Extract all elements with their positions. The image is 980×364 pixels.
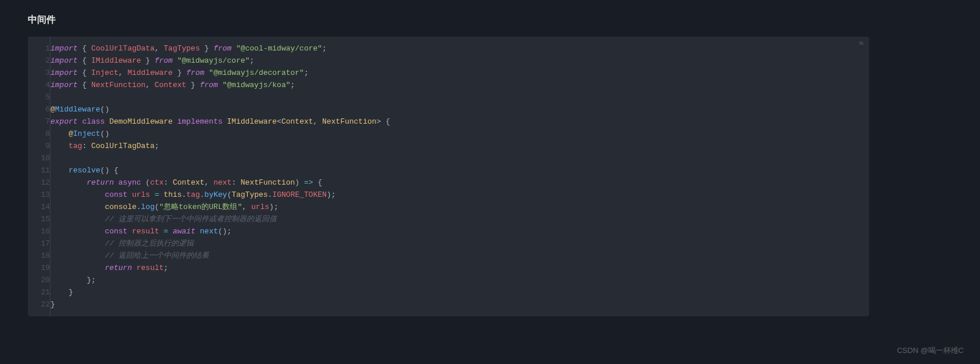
- token: export: [50, 117, 78, 126]
- token: "@cool-midway/core": [236, 44, 322, 53]
- token: }: [50, 300, 55, 309]
- code-line: 17 // 控制器之后执行的逻辑: [28, 237, 869, 250]
- code-line: 21 }: [28, 286, 869, 298]
- line-number: 2: [28, 55, 50, 67]
- line-number: 17: [28, 237, 50, 250]
- line-content: [50, 152, 870, 164]
- line-number: 11: [28, 164, 50, 176]
- code-line: 22}: [28, 298, 869, 316]
- token: next: [214, 178, 232, 187]
- line-number: 13: [28, 189, 50, 201]
- token: from: [200, 81, 218, 89]
- line-content: import { Inject, Middleware } from "@mid…: [50, 67, 870, 79]
- token: [50, 251, 105, 260]
- token: };: [50, 276, 96, 284]
- token: [50, 166, 68, 175]
- line-content: const urls = this.tag.byKey(TagTypes.IGN…: [50, 189, 870, 201]
- line-content: // 这里可以拿到下一个中间件或者控制器的返回值: [50, 213, 870, 225]
- code-line: 19 return result;: [28, 262, 869, 274]
- token: }: [141, 56, 154, 65]
- token: [218, 81, 223, 89]
- line-number: 19: [28, 262, 50, 274]
- token: await: [173, 227, 196, 236]
- line-content: [50, 91, 870, 103]
- token: }: [186, 81, 200, 89]
- token: IMiddleware: [91, 56, 141, 65]
- token: "忽略token的URL数组": [159, 203, 242, 211]
- token: import: [50, 81, 78, 89]
- token: :: [82, 142, 92, 150]
- token: [159, 227, 164, 236]
- token: class: [82, 117, 105, 126]
- token: Context: [281, 117, 313, 126]
- token: :: [164, 178, 173, 187]
- line-number: 9: [28, 140, 50, 152]
- token: byKey: [204, 190, 227, 199]
- token: }: [200, 44, 213, 53]
- code-line: 12 return async (ctx: Context, next: Nex…: [28, 176, 869, 189]
- token: from: [214, 44, 232, 53]
- token: {: [78, 81, 91, 89]
- token: [50, 227, 105, 236]
- line-content: @Middleware(): [50, 103, 870, 116]
- code-line: 8 @Inject(): [28, 128, 869, 140]
- page: 中间件 ts 1import { CoolUrlTagData, TagType…: [0, 0, 980, 316]
- token: tag: [68, 142, 82, 150]
- token: ;: [291, 81, 295, 89]
- token: ,: [242, 203, 251, 211]
- line-content: resolve() {: [50, 164, 870, 176]
- token: {: [78, 69, 91, 77]
- token: [50, 215, 105, 224]
- token: this: [164, 190, 182, 199]
- token: @: [50, 105, 55, 114]
- token: [196, 227, 200, 236]
- token: resolve: [68, 166, 100, 175]
- token: .: [136, 203, 141, 211]
- line-content: return async (ctx: Context, next: NextFu…: [50, 176, 870, 189]
- token: [168, 227, 173, 236]
- token: urls: [251, 203, 269, 211]
- token: [78, 117, 82, 126]
- code-line: 16 const result = await next();: [28, 225, 869, 237]
- code-line: 10: [28, 152, 869, 164]
- code-line: 15 // 这里可以拿到下一个中间件或者控制器的返回值: [28, 213, 869, 225]
- token: [50, 142, 68, 150]
- code-line: 9 tag: CoolUrlTagData;: [28, 140, 869, 152]
- line-content: return result;: [50, 262, 870, 274]
- token: // 这里可以拿到下一个中间件或者控制器的返回值: [105, 215, 277, 224]
- token: // 返回给上一个中间件的结果: [105, 251, 209, 260]
- token: tag: [186, 190, 200, 199]
- token: import: [50, 69, 78, 77]
- token: }: [173, 69, 186, 77]
- token: result: [136, 264, 164, 272]
- token: > {: [377, 117, 390, 126]
- token: ,: [204, 178, 214, 187]
- token: // 控制器之后执行的逻辑: [105, 239, 194, 248]
- line-number: 7: [28, 116, 50, 128]
- token: CoolUrlTagData: [91, 44, 154, 53]
- token: ,: [118, 69, 128, 77]
- token: "@midwayjs/core": [177, 56, 249, 65]
- token: IGNORE_TOKEN: [272, 190, 327, 199]
- token: Context: [173, 178, 205, 187]
- token: const: [105, 190, 128, 199]
- token: import: [50, 44, 78, 53]
- code-line: 7export class DemoMiddleware implements …: [28, 116, 869, 128]
- line-number: 6: [28, 103, 50, 116]
- code-line: 5: [28, 91, 869, 103]
- line-number: 16: [28, 225, 50, 237]
- section-heading: 中间件: [28, 14, 952, 26]
- line-number: 22: [28, 298, 50, 316]
- token: NextFunction: [322, 117, 377, 126]
- token: from: [154, 56, 172, 65]
- line-content: }: [50, 286, 870, 298]
- token: (: [141, 178, 150, 187]
- token: );: [327, 190, 336, 199]
- token: TagTypes: [164, 44, 200, 53]
- token: [50, 129, 68, 138]
- token: Middleware: [55, 105, 100, 114]
- code-line: 3import { Inject, Middleware } from "@mi…: [28, 67, 869, 79]
- token: [204, 69, 209, 77]
- token: <: [277, 117, 281, 126]
- token: NextFunction: [91, 81, 146, 89]
